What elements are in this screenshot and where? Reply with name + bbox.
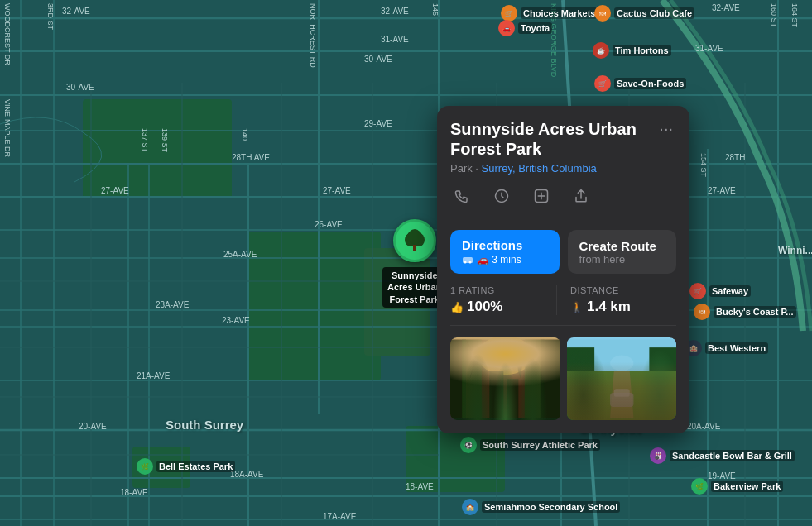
biz-bakerview[interactable]: 🌿 Bakerview Park — [691, 478, 783, 495]
svg-rect-60 — [541, 340, 560, 418]
biz-save-on-foods[interactable]: 🛒 Save-On-Foods — [594, 75, 686, 92]
photo-2[interactable] — [567, 337, 677, 420]
directions-button[interactable]: Directions 🚗 3 mins — [450, 230, 560, 274]
biz-label-semiahmoo: Semiahmoo Secondary School — [482, 501, 620, 513]
biz-buckys[interactable]: 🍽 Bucky's Coast P... — [694, 304, 796, 320]
biz-label-choices: Choices Markets — [521, 7, 598, 19]
biz-label-cactus: Cactus Club Cafe — [614, 7, 694, 19]
biz-toyota[interactable]: 🚗 Toyota — [498, 20, 552, 36]
svg-rect-48 — [413, 245, 416, 251]
info-card: Sunnyside Acres Urban Forest Park ··· Pa… — [437, 106, 689, 433]
share-icon[interactable] — [569, 184, 593, 208]
svg-point-55 — [478, 337, 532, 375]
biz-label-best-western: Best Western — [705, 342, 768, 354]
create-route-button[interactable]: Create Route from here — [568, 230, 677, 274]
rating-value: 👍 100% — [450, 299, 556, 315]
distance-block: DISTANCE 🚶 1.4 km — [556, 285, 676, 315]
biz-label-bell-estates: Bell Estates Park — [156, 461, 235, 472]
more-button[interactable]: ··· — [656, 119, 676, 138]
distance-value: 🚶 1.4 km — [570, 299, 676, 315]
svg-rect-3 — [248, 232, 381, 380]
biz-safeway[interactable]: 🛒 Safeway — [689, 283, 751, 299]
card-subtitle: Park · Surrey, British Columbia — [450, 162, 676, 175]
svg-rect-61 — [489, 371, 503, 418]
biz-cactus-club[interactable]: 🍽 Cactus Club Cafe — [594, 5, 694, 22]
biz-label-ssap: South Surrey Athletic Park — [480, 439, 600, 451]
svg-rect-64 — [567, 347, 594, 418]
card-header: Sunnyside Acres Urban Forest Park ··· — [450, 119, 676, 159]
rating-block: 1 RATING 👍 100% — [450, 285, 556, 315]
svg-point-53 — [469, 261, 472, 264]
biz-label-safeway: Safeway — [709, 285, 751, 297]
marker-icon — [393, 219, 436, 262]
biz-label-sandcastle: Sandcastle Bowl Bar & Grill — [670, 450, 795, 461]
card-buttons: Directions 🚗 3 mins Create Route from he… — [450, 230, 676, 274]
svg-point-52 — [464, 261, 467, 264]
svg-point-47 — [408, 229, 421, 244]
biz-choices-markets[interactable]: 🛒 Choices Markets — [501, 5, 598, 22]
biz-semiahmoo[interactable]: 🏫 Semiahmoo Secondary School — [462, 499, 620, 515]
biz-ssap[interactable]: ⚽ South Surrey Athletic Park — [460, 437, 600, 453]
svg-point-56 — [489, 342, 521, 370]
svg-rect-5 — [406, 426, 505, 492]
biz-tim-hortons[interactable]: ☕ Tim Hortons — [593, 42, 671, 59]
svg-rect-67 — [610, 393, 633, 407]
create-route-sub: from here — [579, 253, 626, 265]
svg-rect-57 — [450, 340, 466, 418]
biz-label-bakerview: Bakerview Park — [711, 481, 783, 492]
rating-label: 1 RATING — [450, 285, 556, 295]
svg-rect-2 — [83, 99, 232, 198]
svg-rect-62 — [507, 379, 518, 418]
map[interactable]: 32-AVE 32-AVE 32-AVE 31-AVE 31-AVE 30-AV… — [0, 0, 812, 526]
svg-rect-65 — [649, 347, 676, 418]
svg-rect-66 — [567, 371, 677, 420]
phone-icon[interactable] — [450, 184, 473, 208]
biz-sandcastle[interactable]: 🎳 Sandcastle Bowl Bar & Grill — [650, 447, 795, 464]
create-route-label: Create Route — [579, 239, 665, 253]
svg-rect-68 — [613, 389, 629, 396]
photo-1[interactable] — [450, 337, 560, 420]
biz-bell-estates[interactable]: 🌿 Bell Estates Park — [137, 458, 235, 475]
card-actions — [450, 184, 676, 218]
biz-label-toyota: Toyota — [518, 22, 552, 34]
distance-label: DISTANCE — [570, 285, 676, 295]
card-stats: 1 RATING 👍 100% DISTANCE 🚶 1.4 km — [450, 285, 676, 326]
card-title: Sunnyside Acres Urban Forest Park — [450, 119, 649, 159]
directions-label: Directions — [462, 238, 548, 252]
biz-label-saveon: Save-On-Foods — [614, 78, 686, 89]
biz-label-buckys: Bucky's Coast P... — [714, 306, 796, 318]
svg-rect-59 — [525, 340, 545, 418]
clock-icon[interactable] — [490, 184, 513, 208]
add-icon[interactable] — [530, 184, 553, 208]
directions-sub: 🚗 3 mins — [462, 254, 548, 265]
biz-best-western[interactable]: 🏨 Best Western — [685, 340, 768, 356]
card-photos[interactable] — [450, 337, 676, 420]
biz-label-tim: Tim Hortons — [613, 45, 671, 56]
svg-rect-54 — [450, 340, 560, 418]
svg-rect-58 — [462, 340, 482, 418]
card-type: Park — [450, 162, 473, 175]
svg-rect-63 — [567, 340, 677, 371]
svg-point-69 — [610, 356, 633, 371]
card-location[interactable]: Surrey, British Columbia — [482, 162, 597, 175]
